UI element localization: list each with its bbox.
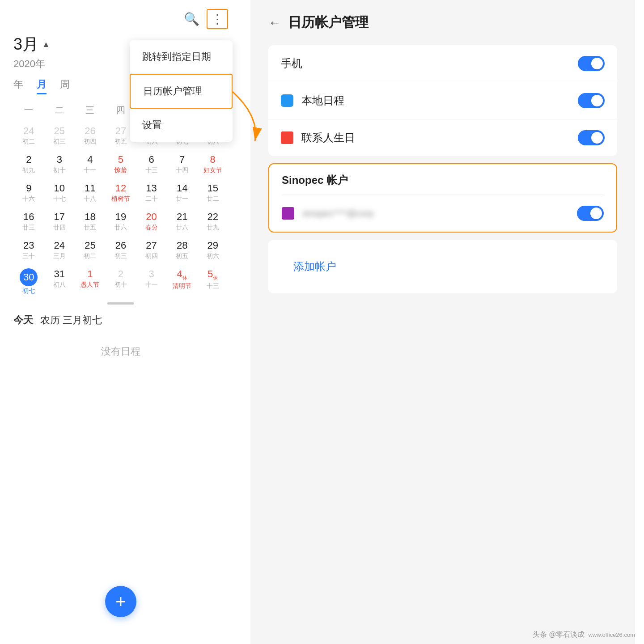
toggle-knob [591,58,603,69]
add-icon: + [115,593,126,610]
calendar-day[interactable]: 14廿一 [167,180,198,207]
today-lunar-info: 农历 三月初七 [40,314,102,327]
account-management-panel: ← 日历帐户管理 手机 本地日程 联系人生日 Sinopec 帐户 sinope… [250,0,635,644]
calendar-week-2: 2初九 3初十 4十一 5惊蛰 6十三 7十四 8妇女节 [13,151,228,178]
calendar-day[interactable]: 10十七 [44,180,75,207]
watermark-text: 头条 @零石淡成 [533,630,585,640]
sinopec-title: Sinopec 帐户 [269,164,616,187]
calendar-day[interactable]: 26初三 [106,237,136,264]
phone-toggle[interactable] [578,56,605,71]
no-schedule-label: 没有日程 [13,345,228,358]
back-button[interactable]: ← [268,16,281,30]
more-menu-button[interactable]: ⋮ [207,9,228,29]
day-header-mon: 一 [13,102,44,119]
calendar-day[interactable]: 25初三 [44,123,75,149]
calendar-day[interactable]: 18廿五 [75,208,106,235]
calendar-day[interactable]: 24初二 [13,123,44,149]
calendar-day[interactable]: 1愚人节 [75,266,106,298]
add-account-row: 添加帐户 [268,240,617,293]
dropdown-item-account-mgmt[interactable]: 日历帐户管理 [130,74,233,109]
calendar-week-6: 30 初七 31初八 1愚人节 2初十 3十一 4休清明节 5休十三 [13,266,228,298]
calendar-week-4: 16廿三 17廿四 18廿五 19廿六 20春分 21廿八 22廿九 [13,208,228,235]
search-icon[interactable]: 🔍 [184,12,199,26]
calendar-day[interactable]: 28初五 [167,237,198,264]
calendar-day[interactable]: 25初二 [75,237,106,264]
dropdown-item-settings[interactable]: 设置 [130,109,233,142]
sinopec-account-row: sinopec****@corp [269,195,616,232]
panel-header: ← 日历帐户管理 [268,13,617,32]
phone-section: 手机 本地日程 联系人生日 [268,45,617,156]
calendar-day[interactable]: 5惊蛰 [106,151,136,178]
calendar-day[interactable]: 8妇女节 [197,151,228,178]
scroll-indicator [107,302,134,305]
calendar-day[interactable]: 6十三 [136,151,167,178]
calendar-day[interactable]: 4十一 [75,151,106,178]
add-account-section: 添加帐户 [268,240,617,293]
calendar-weeks: 24初二 25初三 26初四 27初五 28初六 29初七 1初八 2初九 3初… [13,123,228,298]
calendar-day[interactable]: 26初四 [75,123,106,149]
dropdown-menu: 跳转到指定日期 日历帐户管理 设置 [130,40,233,142]
local-color-dot [281,94,293,107]
birthday-label: 联系人生日 [301,131,578,145]
watermark: 头条 @零石淡成 www.office26.com [533,630,635,640]
local-calendar-row: 本地日程 [268,82,617,119]
sinopec-section: Sinopec 帐户 sinopec****@corp [268,163,617,233]
local-toggle[interactable] [578,93,605,108]
calendar-day[interactable]: 19廿六 [106,208,136,235]
calendar-day[interactable]: 11十八 [75,180,106,207]
calendar-day[interactable]: 27初四 [136,237,167,264]
calendar-day[interactable]: 15廿二 [197,180,228,207]
toggle-knob [590,208,602,219]
sinopec-toggle[interactable] [577,206,604,221]
calendar-day[interactable]: 5休十三 [197,266,228,298]
calendar-day[interactable]: 16廿三 [13,208,44,235]
calendar-day[interactable]: 13二十 [136,180,167,207]
tab-month[interactable]: 月 [37,78,47,94]
calendar-day[interactable]: 3十一 [136,266,167,298]
more-icon: ⋮ [211,12,224,26]
birthday-color-dot [281,131,293,144]
calendar-week-5: 23三十 24三月 25初二 26初三 27初四 28初五 29初六 [13,237,228,264]
today-info: 今天 农历 三月初七 [13,314,228,327]
add-event-button[interactable]: + [105,586,136,617]
calendar-day[interactable]: 22廿九 [197,208,228,235]
day-header-tue: 二 [44,102,75,119]
birthday-row: 联系人生日 [268,119,617,156]
calendar-day[interactable]: 29初六 [197,237,228,264]
month-arrow: ▲ [42,40,50,49]
add-account-button[interactable]: 添加帐户 [281,250,349,283]
calendar-day[interactable]: 20春分 [136,208,167,235]
today-label: 今天 [13,314,33,327]
calendar-day[interactable]: 24三月 [44,237,75,264]
phone-row: 手机 [268,45,617,82]
sinopec-color-dot [282,207,294,220]
calendar-week-3: 9十六 10十七 11十八 12植树节 13二十 14廿一 15廿二 [13,180,228,207]
toggle-knob [591,132,603,144]
day-header-wed: 三 [75,102,106,119]
calendar-day[interactable]: 2初九 [13,151,44,178]
month-title[interactable]: 3月 [13,34,38,55]
dropdown-item-goto-date[interactable]: 跳转到指定日期 [130,40,233,74]
calendar-day[interactable]: 23三十 [13,237,44,264]
panel-title: 日历帐户管理 [288,13,369,32]
phone-label: 手机 [281,56,578,71]
calendar-day-today[interactable]: 30 初七 [13,266,44,298]
calendar-day[interactable]: 12植树节 [106,180,136,207]
calendar-day[interactable]: 3初十 [44,151,75,178]
calendar-header-top: 🔍 ⋮ [13,9,228,29]
calendar-day[interactable]: 21廿八 [167,208,198,235]
sinopec-account-name: sinopec****@corp [302,208,577,219]
tab-week[interactable]: 周 [60,78,70,94]
calendar-day[interactable]: 31初八 [44,266,75,298]
office-logo: www.office26.com [588,631,635,638]
birthday-toggle[interactable] [578,130,605,145]
calendar-day[interactable]: 17廿四 [44,208,75,235]
calendar-day[interactable]: 9十六 [13,180,44,207]
toggle-knob [591,95,603,106]
calendar-day[interactable]: 4休清明节 [167,266,198,298]
calendar-day[interactable]: 2初十 [106,266,136,298]
calendar-day[interactable]: 7十四 [167,151,198,178]
tab-year[interactable]: 年 [13,78,23,94]
local-label: 本地日程 [301,93,578,108]
